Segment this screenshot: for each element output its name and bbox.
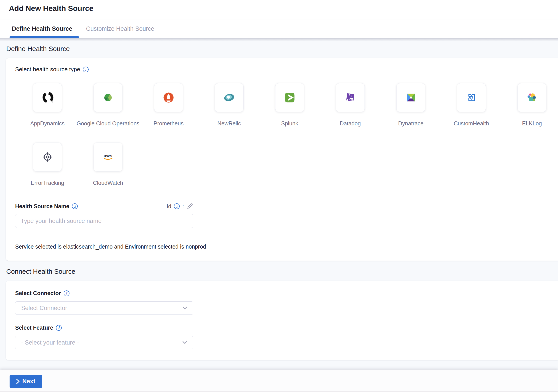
source-tile-newrelic[interactable]: NewRelic xyxy=(215,83,244,127)
info-icon[interactable]: i xyxy=(83,67,89,72)
connector-label-row: Select Connector i xyxy=(15,290,549,296)
source-tile-prometheus[interactable]: Prometheus xyxy=(154,83,183,127)
cloudwatch-icon xyxy=(94,143,122,172)
source-tile-label: AppDynamics xyxy=(30,120,65,127)
tab-customize-health-source[interactable]: Customize Health Source xyxy=(86,25,154,32)
feature-label: Select Feature xyxy=(15,324,53,331)
source-tile-label: Dynatrace xyxy=(398,120,424,127)
next-button[interactable]: Next xyxy=(9,375,42,388)
customhealth-icon xyxy=(457,83,486,112)
chevron-right-icon xyxy=(16,379,20,384)
next-button-label: Next xyxy=(22,378,35,385)
id-separator: : xyxy=(182,203,184,209)
active-tab-underline xyxy=(9,36,79,38)
select-type-label: Select health source type xyxy=(15,66,80,73)
source-tile-label: Datadog xyxy=(340,120,361,127)
source-tile-errortracking[interactable]: ErrorTracking xyxy=(33,143,62,186)
source-tile-label: NewRelic xyxy=(217,120,241,127)
source-grid-row-2: ErrorTrackingCloudWatch xyxy=(15,143,549,186)
edit-pencil-icon[interactable] xyxy=(187,203,193,209)
source-tile-splunk[interactable]: Splunk xyxy=(275,83,304,127)
define-health-source-card: Select health source type i AppDynamicsG… xyxy=(6,58,558,261)
info-icon[interactable]: i xyxy=(72,203,78,209)
info-icon[interactable]: i xyxy=(174,203,180,209)
source-tile-label: Google Cloud Operations xyxy=(77,120,140,127)
connector-select[interactable]: Select Connector xyxy=(15,301,193,315)
page-header: Add New Health Source xyxy=(0,0,558,20)
connect-section-heading: Connect Health Source xyxy=(6,268,558,275)
content-area: Define Health Source Select health sourc… xyxy=(0,38,558,370)
source-tile-label: ErrorTracking xyxy=(31,180,64,186)
health-source-name-label: Health Source Name xyxy=(15,203,69,209)
source-tile-dynatrace[interactable]: Dynatrace xyxy=(396,83,425,127)
info-icon[interactable]: i xyxy=(56,325,62,331)
source-tile-label: Prometheus xyxy=(154,120,184,127)
source-grid-row-1: AppDynamicsGoogle Cloud OperationsPromet… xyxy=(15,83,549,127)
define-section-heading: Define Health Source xyxy=(6,45,558,52)
appdynamics-icon xyxy=(33,83,62,112)
connector-select-placeholder: Select Connector xyxy=(21,305,182,312)
feature-label-row: Select Feature i xyxy=(15,324,549,331)
dynatrace-icon xyxy=(396,83,425,112)
splunk-icon xyxy=(275,83,304,112)
source-tile-google-cloud-operations[interactable]: Google Cloud Operations xyxy=(94,83,122,127)
prometheus-icon xyxy=(154,83,183,112)
source-tile-label: CustomHealth xyxy=(454,120,489,127)
feature-select[interactable]: - Select your feature - xyxy=(15,336,193,349)
chevron-down-icon xyxy=(182,341,187,344)
errortracking-icon xyxy=(33,143,62,172)
newrelic-icon xyxy=(215,83,244,112)
info-icon[interactable]: i xyxy=(64,290,70,296)
elklog-icon xyxy=(517,83,546,112)
google-cloud-operations-icon xyxy=(94,83,122,112)
source-tile-label: Splunk xyxy=(281,120,298,127)
datadog-icon xyxy=(336,83,365,112)
source-tile-customhealth[interactable]: CustomHealth xyxy=(457,83,486,127)
health-source-name-label-row: Health Source Name i xyxy=(15,203,78,209)
tab-bar: Define Health Source Customize Health So… xyxy=(0,20,558,38)
source-tile-label: CloudWatch xyxy=(93,180,123,186)
footer-bar: Next xyxy=(0,370,558,392)
connect-health-source-card: Select Connector i Select Connector Sele… xyxy=(6,281,558,360)
connector-select-group: Select Connector i Select Connector xyxy=(15,290,549,315)
id-group: Id i : xyxy=(166,203,193,209)
select-type-label-row: Select health source type i xyxy=(15,66,549,73)
source-tile-appdynamics[interactable]: AppDynamics xyxy=(33,83,62,127)
source-tile-label: ELKLog xyxy=(522,120,542,127)
tab-define-health-source[interactable]: Define Health Source xyxy=(12,25,72,32)
health-source-name-row: Health Source Name i Id i : xyxy=(15,203,193,209)
feature-select-group: Select Feature i - Select your feature - xyxy=(15,324,549,349)
connector-label: Select Connector xyxy=(15,290,61,296)
page-title: Add New Health Source xyxy=(9,4,93,13)
add-health-source-page: Add New Health Source Define Health Sour… xyxy=(0,0,558,392)
health-source-name-input[interactable] xyxy=(15,214,193,228)
service-environment-note: Service selected is elasticsearch_demo a… xyxy=(15,244,549,250)
source-tile-cloudwatch[interactable]: CloudWatch xyxy=(94,143,122,186)
chevron-down-icon xyxy=(182,306,187,310)
source-tile-datadog[interactable]: Datadog xyxy=(336,83,365,127)
source-tile-elklog[interactable]: ELKLog xyxy=(517,83,546,127)
id-label: Id xyxy=(166,203,171,209)
feature-select-placeholder: - Select your feature - xyxy=(21,339,182,346)
